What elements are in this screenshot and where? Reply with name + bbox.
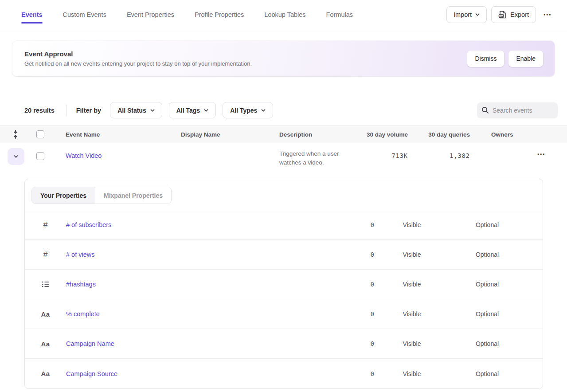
property-name-link[interactable]: Campaign Name — [66, 340, 114, 347]
event-name-link[interactable]: Watch Video — [66, 152, 102, 159]
property-queries: 0 — [321, 251, 374, 258]
property-queries: 0 — [321, 310, 374, 318]
description-cell: Triggered when a user watches a video. — [279, 149, 352, 167]
volume-cell: 713K — [364, 152, 408, 159]
collapse-all-button[interactable] — [0, 129, 31, 139]
property-requirement: Optional — [450, 310, 525, 318]
col-event-name: Event Name — [66, 131, 181, 138]
list-icon — [25, 281, 66, 288]
all-tags-dropdown[interactable]: All Tags — [169, 102, 216, 118]
row-actions-button[interactable]: ⋯ — [534, 149, 548, 159]
property-visibility: Visible — [374, 310, 450, 318]
col-30-day-queries: 30 day queries — [408, 131, 470, 138]
property-name-link[interactable]: # of subscribers — [66, 221, 111, 228]
nav-actions: Import csv Export ⋯ — [446, 6, 555, 23]
tab-mixpanel-properties[interactable]: Mixpanel Properties — [95, 187, 171, 204]
event-approval-banner: Event Approval Get notified on all new e… — [12, 41, 555, 76]
all-status-label: All Status — [117, 107, 146, 114]
tab-formulas[interactable]: Formulas — [326, 0, 353, 29]
enable-button[interactable]: Enable — [508, 51, 543, 67]
all-types-dropdown[interactable]: All Types — [223, 102, 273, 118]
properties-panel: Your Properties Mixpanel Properties # # … — [24, 179, 543, 389]
chevron-down-icon — [14, 154, 18, 159]
property-visibility: Visible — [374, 221, 450, 228]
tab-custom-events[interactable]: Custom Events — [63, 0, 106, 29]
properties-tab-group: Your Properties Mixpanel Properties — [31, 187, 172, 204]
chevron-down-icon — [150, 108, 155, 113]
property-name-link[interactable]: % complete — [66, 310, 100, 318]
lexicon-tabs: Events Custom Events Event Properties Pr… — [21, 0, 353, 29]
search-icon — [481, 106, 489, 114]
number-icon: # — [25, 250, 66, 259]
property-visibility: Visible — [374, 281, 450, 288]
text-icon: Aa — [25, 310, 66, 318]
banner-text: Event Approval Get notified on all new e… — [20, 50, 252, 67]
banner-title: Event Approval — [24, 50, 252, 58]
property-name-link[interactable]: #hashtags — [66, 281, 96, 288]
property-queries: 0 — [321, 281, 374, 288]
text-icon: Aa — [25, 340, 66, 348]
property-row: Aa Campaign Source 0 Visible Optional — [25, 359, 543, 388]
owners-cell: ⋯ — [470, 148, 567, 159]
property-name-link[interactable]: Campaign Source — [66, 370, 117, 377]
property-row: Aa Campaign Name 0 Visible Optional — [25, 329, 543, 359]
property-visibility: Visible — [374, 370, 450, 377]
banner-actions: Dismiss Enable — [467, 51, 543, 67]
text-icon: Aa — [25, 370, 66, 377]
property-queries: 0 — [321, 340, 374, 347]
row-checkbox[interactable] — [36, 152, 44, 160]
property-row: Aa % complete 0 Visible Optional — [25, 299, 543, 329]
import-label: Import — [454, 11, 472, 18]
properties-tabs: Your Properties Mixpanel Properties — [25, 179, 543, 210]
banner-subtitle: Get notified on all new events entering … — [24, 60, 252, 67]
tab-your-properties[interactable]: Your Properties — [32, 187, 95, 204]
search-box — [477, 102, 558, 118]
chevron-down-icon — [261, 108, 266, 113]
property-row: # # of views 0 Visible Optional — [25, 240, 543, 270]
col-display-name: Display Name — [181, 131, 279, 138]
number-icon: # — [25, 220, 66, 230]
col-owners: Owners — [470, 131, 567, 138]
property-visibility: Visible — [374, 251, 450, 258]
csv-file-icon: csv — [498, 10, 507, 19]
event-row-watch-video: Watch Video Triggered when a user watche… — [0, 143, 567, 179]
col-30-day-volume: 30 day volume — [364, 131, 408, 138]
property-requirement: Optional — [450, 251, 525, 258]
all-types-label: All Types — [230, 107, 257, 114]
tab-profile-properties[interactable]: Profile Properties — [195, 0, 244, 29]
col-description: Description — [279, 131, 364, 138]
all-tags-label: All Tags — [176, 107, 200, 114]
property-requirement: Optional — [450, 370, 525, 377]
events-table-header: Event Name Display Name Description 30 d… — [0, 125, 567, 143]
property-requirement: Optional — [450, 281, 525, 288]
search-input[interactable] — [493, 107, 550, 114]
import-button[interactable]: Import — [446, 6, 487, 23]
collapse-rows-icon — [12, 129, 19, 139]
all-status-dropdown[interactable]: All Status — [110, 102, 162, 118]
property-requirement: Optional — [450, 221, 525, 228]
select-all-checkbox[interactable] — [36, 130, 44, 138]
chevron-down-icon — [475, 12, 480, 17]
queries-cell: 1,382 — [408, 152, 470, 159]
filter-by-label: Filter by — [76, 107, 101, 114]
svg-text:csv: csv — [499, 15, 503, 17]
tab-events[interactable]: Events — [21, 0, 43, 29]
tab-event-properties[interactable]: Event Properties — [127, 0, 174, 29]
property-requirement: Optional — [450, 340, 525, 347]
dismiss-button[interactable]: Dismiss — [467, 51, 504, 67]
filter-toolbar: 20 results Filter by All Status All Tags… — [24, 102, 558, 118]
list-icon — [42, 281, 50, 288]
property-queries: 0 — [321, 370, 374, 377]
property-row: #hashtags 0 Visible Optional — [25, 270, 543, 299]
top-navigation: Events Custom Events Event Properties Pr… — [0, 0, 567, 29]
property-name-link[interactable]: # of views — [66, 251, 94, 258]
export-button[interactable]: csv Export — [491, 6, 536, 23]
more-options-button[interactable]: ⋯ — [540, 9, 555, 20]
results-count: 20 results — [24, 107, 55, 114]
tab-lookup-tables[interactable]: Lookup Tables — [264, 0, 305, 29]
property-visibility: Visible — [374, 340, 450, 347]
property-queries: 0 — [321, 221, 374, 228]
divider — [66, 105, 66, 116]
property-row: # # of subscribers 0 Visible Optional — [25, 210, 543, 240]
collapse-row-button[interactable] — [8, 148, 24, 165]
